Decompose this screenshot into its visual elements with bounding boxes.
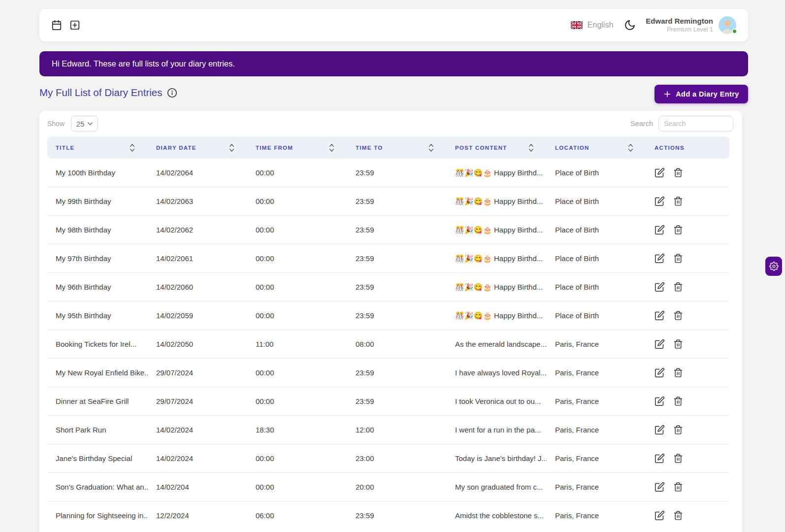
delete-entry-icon[interactable] [673, 282, 683, 292]
entry-time-from: 00:00 [247, 444, 347, 473]
entry-diary-date: 14/02/2060 [148, 273, 247, 301]
entry-time-from: 00:00 [247, 273, 347, 301]
entry-diary-date: 14/02/2063 [148, 187, 247, 216]
topbar: English Edward Remington Premium Level 1 [39, 9, 748, 41]
diary-entries-table: TITLE DIARY DATE TIME FROM TIME TO POST … [47, 136, 729, 530]
delete-entry-icon[interactable] [673, 510, 683, 521]
column-header-post-content[interactable]: POST CONTENT [447, 136, 547, 159]
edit-entry-icon[interactable] [654, 367, 665, 378]
diary-entries-card: Show 25 Search TITLE DIARY DATE TIME FRO… [39, 111, 742, 532]
entry-post-content: 🎊🎉😋🎂 Happy Birthd... [447, 301, 547, 330]
entry-post-content: 🎊🎉😋🎂 Happy Birthd... [447, 159, 547, 187]
uk-flag-icon [571, 21, 583, 29]
user-menu[interactable]: Edward Remington Premium Level 1 [646, 16, 736, 34]
greeting-text: Hi Edward. These are full lists of your … [52, 59, 235, 68]
delete-entry-icon[interactable] [673, 196, 683, 206]
entry-time-from: 00:00 [247, 244, 347, 273]
delete-entry-icon[interactable] [673, 339, 683, 349]
edit-entry-icon[interactable] [654, 425, 665, 435]
entry-diary-date: 14/02/2050 [148, 330, 247, 359]
entry-post-content: I took Veronica out to ou... [447, 387, 547, 416]
entry-time-to: 23:59 [347, 359, 447, 387]
delete-entry-icon[interactable] [673, 453, 683, 464]
entry-time-to: 20:00 [347, 473, 447, 501]
entry-location: Place of Birth [547, 159, 646, 187]
search-input[interactable] [658, 116, 733, 132]
edit-entry-icon[interactable] [654, 339, 665, 349]
add-diary-entry-button[interactable]: Add a Diary Entry [654, 85, 748, 103]
entry-time-from: 00:00 [247, 473, 347, 501]
column-header-title[interactable]: TITLE [47, 136, 148, 159]
entry-post-content: I have always loved Royal... [447, 359, 547, 387]
column-header-time-to[interactable]: TIME TO [347, 136, 447, 159]
sort-icons[interactable] [130, 143, 135, 152]
language-label: English [588, 21, 613, 30]
entry-title: My 100th Birthday [47, 159, 148, 187]
sort-icons[interactable] [229, 143, 234, 152]
user-plan: Premium Level 1 [646, 26, 713, 34]
calendar-icon[interactable] [51, 20, 62, 31]
entry-diary-date: 12/2/2024 [148, 501, 247, 530]
delete-entry-icon[interactable] [673, 225, 683, 235]
edit-entry-icon[interactable] [654, 196, 665, 206]
column-header-diary-date[interactable]: DIARY DATE [148, 136, 247, 159]
plus-icon [663, 90, 671, 98]
sort-icons[interactable] [329, 143, 334, 152]
diary-entry-row: Dinner at SeaFire Grill 29/07/2024 00:00… [47, 387, 729, 416]
delete-entry-icon[interactable] [673, 396, 683, 406]
entry-time-from: 00:00 [247, 187, 347, 216]
edit-entry-icon[interactable] [654, 310, 665, 321]
entry-title: Jane's Birthday Special [47, 444, 148, 473]
entry-location: Place of Birth [547, 187, 646, 216]
delete-entry-icon[interactable] [673, 167, 683, 178]
entry-location: Paris, France [547, 359, 646, 387]
diary-entry-row: Short Park Run 14/02/2024 18:30 12:00 I … [47, 416, 729, 444]
edit-entry-icon[interactable] [654, 453, 665, 464]
edit-entry-icon[interactable] [654, 482, 665, 492]
delete-entry-icon[interactable] [673, 425, 683, 435]
add-entry-quick-icon[interactable] [69, 20, 80, 31]
gear-icon [769, 262, 779, 271]
entry-title: Planning for Sightseeing in... [47, 501, 148, 530]
entry-time-from: 11:00 [247, 330, 347, 359]
edit-entry-icon[interactable] [654, 253, 665, 264]
language-selector[interactable]: English [571, 21, 613, 30]
edit-entry-icon[interactable] [654, 225, 665, 235]
edit-entry-icon[interactable] [654, 167, 665, 178]
entry-diary-date: 14/02/2059 [148, 301, 247, 330]
entry-diary-date: 14/02/2061 [148, 244, 247, 273]
page-size-value: 25 [76, 120, 85, 128]
delete-entry-icon[interactable] [673, 482, 683, 492]
sort-icons[interactable] [428, 143, 434, 152]
entry-title: Booking Tickets for Irel... [47, 330, 148, 359]
dark-mode-toggle-moon-icon[interactable] [624, 19, 636, 31]
sort-icons[interactable] [528, 143, 534, 152]
entry-title: My 95th Birthday [47, 301, 148, 330]
delete-entry-icon[interactable] [673, 367, 683, 378]
entry-post-content: 🎊🎉😋🎂 Happy Birthd... [447, 216, 547, 244]
delete-entry-icon[interactable] [673, 310, 683, 321]
column-header-time-from[interactable]: TIME FROM [247, 136, 347, 159]
edit-entry-icon[interactable] [654, 282, 665, 292]
edit-entry-icon[interactable] [654, 396, 665, 406]
column-header-location[interactable]: LOCATION [547, 136, 646, 159]
entry-time-to: 23:00 [347, 444, 447, 473]
table-header-row: TITLE DIARY DATE TIME FROM TIME TO POST … [47, 136, 729, 159]
entry-time-from: 00:00 [247, 387, 347, 416]
entry-time-to: 23:59 [347, 301, 447, 330]
sort-icons[interactable] [628, 143, 633, 152]
entry-location: Paris, France [547, 444, 646, 473]
edit-entry-icon[interactable] [654, 510, 665, 521]
diary-entry-row: My 97th Birthday 14/02/2061 00:00 23:59 … [47, 244, 729, 273]
info-icon[interactable] [167, 88, 177, 98]
page-size-select[interactable]: 25 [71, 116, 98, 132]
entry-title: My 99th Birthday [47, 187, 148, 216]
chevron-down-icon [88, 122, 93, 126]
entry-post-content: 🎊🎉😋🎂 Happy Birthd... [447, 273, 547, 301]
greeting-banner: Hi Edward. These are full lists of your … [39, 51, 748, 76]
entry-time-from: 06:00 [247, 501, 347, 530]
entry-post-content: 🎊🎉😋🎂 Happy Birthd... [447, 244, 547, 273]
delete-entry-icon[interactable] [673, 253, 683, 264]
settings-gear-button[interactable] [765, 257, 782, 276]
entry-diary-date: 14/02/2024 [148, 444, 247, 473]
